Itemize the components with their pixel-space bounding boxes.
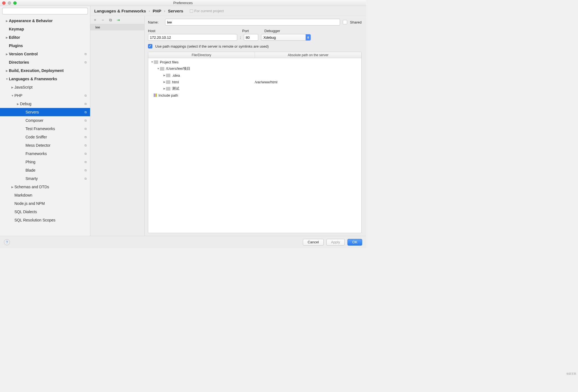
- tree-item[interactable]: ▶Appearance & Behavior: [0, 17, 90, 25]
- tree-item-label: Directories: [9, 60, 83, 65]
- grid-row[interactable]: ▶html/var/www/html: [148, 79, 361, 85]
- chevron-icon: ▶: [163, 87, 166, 90]
- folder-icon: [166, 80, 170, 84]
- port-input[interactable]: [244, 34, 258, 41]
- tree-item[interactable]: ▼PHP⧉: [0, 91, 90, 100]
- minimize-icon[interactable]: [8, 1, 11, 5]
- tree-item-label: Keymap: [9, 27, 90, 31]
- grid-cell-label: 测试: [172, 86, 179, 91]
- tree-item[interactable]: ▼Languages & Frameworks: [0, 75, 90, 83]
- apply-button[interactable]: Apply: [326, 239, 345, 246]
- grid-row[interactable]: ▶测试: [148, 85, 361, 92]
- shared-checkbox[interactable]: [343, 20, 347, 24]
- tree-item[interactable]: ▶Schemas and DTDs: [0, 183, 90, 191]
- debugger-select[interactable]: Xdebug: [261, 34, 311, 41]
- servers-panel: ＋ − ⧉ ⇥ lee Name: Shared: [90, 16, 366, 236]
- shared-label: Shared: [350, 20, 362, 24]
- tree-item[interactable]: ▶Servers⧉: [0, 108, 90, 116]
- tree-item[interactable]: ▶Frameworks⧉: [0, 149, 90, 158]
- tree-item[interactable]: ▶Code Sniffer⧉: [0, 133, 90, 141]
- mappings-label: Use path mappings (select if the server …: [155, 44, 269, 48]
- tree-item[interactable]: ▶JavaScript: [0, 83, 90, 91]
- tree-item[interactable]: ▶SQL Dialects: [0, 208, 90, 216]
- list-toolbar: ＋ − ⧉ ⇥: [90, 16, 144, 24]
- chevron-icon: ▶: [16, 102, 20, 105]
- tree-item-label: SQL Dialects: [14, 210, 90, 214]
- chevron-icon: ▶: [163, 81, 166, 83]
- ok-button[interactable]: OK: [347, 239, 362, 246]
- tree-item[interactable]: ▶SQL Resolution Scopes: [0, 216, 90, 224]
- tree-item-label: Node.js and NPM: [14, 201, 90, 206]
- tree-item[interactable]: ▶Test Frameworks⧉: [0, 125, 90, 133]
- folder-icon: [154, 60, 158, 64]
- tree-item[interactable]: ▶Smarty⧉: [0, 174, 90, 183]
- tree-item[interactable]: ▶Mess Detector⧉: [0, 141, 90, 149]
- copy-scope-icon: ⧉: [83, 127, 88, 131]
- help-button[interactable]: ?: [4, 239, 10, 245]
- settings-tree[interactable]: ▶Appearance & Behavior▶Keymap▶Editor▶Plu…: [0, 16, 90, 236]
- add-icon[interactable]: ＋: [93, 17, 98, 22]
- copy-scope-icon: ⧉: [83, 144, 88, 147]
- tree-item-label: Smarty: [25, 176, 83, 181]
- grid-row[interactable]: ▼Project files: [148, 59, 361, 65]
- host-input[interactable]: [148, 34, 237, 41]
- copy-scope-icon: ⧉: [83, 102, 88, 106]
- remove-icon[interactable]: −: [100, 17, 105, 22]
- copy-icon[interactable]: ⧉: [108, 17, 113, 22]
- server-list-item[interactable]: lee: [90, 24, 144, 30]
- chevron-icon: ▶: [11, 185, 14, 189]
- tree-item[interactable]: ▶Editor: [0, 33, 90, 42]
- grid-col-file[interactable]: File/Directory: [148, 52, 255, 58]
- breadcrumb: Languages & Frameworks › PHP › Servers F…: [90, 6, 366, 16]
- chevron-right-icon: ›: [149, 9, 150, 13]
- tree-item-label: Appearance & Behavior: [9, 19, 90, 23]
- servers-list[interactable]: lee: [90, 24, 144, 236]
- cancel-button[interactable]: Cancel: [303, 239, 323, 246]
- breadcrumb-seg[interactable]: Languages & Frameworks: [94, 9, 146, 13]
- import-icon[interactable]: ⇥: [116, 17, 121, 22]
- grid-row[interactable]: ▶.idea: [148, 72, 361, 79]
- grid-col-path[interactable]: Absolute path on the server: [255, 52, 361, 58]
- tree-item-label: Code Sniffer: [25, 135, 83, 139]
- tree-item[interactable]: ▶Blade⧉: [0, 166, 90, 174]
- copy-scope-icon: ⧉: [83, 135, 88, 139]
- tree-item-label: Languages & Frameworks: [9, 77, 90, 81]
- tree-item-label: Schemas and DTDs: [14, 185, 90, 189]
- preferences-window: Preferences Q▾ ▶Appearance & Behavior▶Ke…: [0, 0, 366, 248]
- tree-item[interactable]: ▶Markdown: [0, 191, 90, 199]
- tree-item[interactable]: ▶Debug⧉: [0, 100, 90, 108]
- grid-body[interactable]: ▼Project files▼/Users/lee/项目▶.idea▶html/…: [148, 58, 361, 233]
- server-form: Name: Shared Host Port Debugger :: [145, 16, 366, 236]
- tree-item[interactable]: ▶Node.js and NPM: [0, 199, 90, 208]
- tree-item[interactable]: ▶Directories⧉: [0, 58, 90, 66]
- folder-icon: [160, 67, 164, 71]
- breadcrumb-seg[interactable]: Servers: [168, 9, 183, 13]
- scope-note: For current project: [190, 9, 224, 13]
- tree-item[interactable]: ▶Build, Execution, Deployment: [0, 66, 90, 75]
- search-input[interactable]: [2, 8, 88, 14]
- tree-item-label: Version Control: [9, 52, 83, 56]
- name-label: Name:: [148, 20, 162, 24]
- maximize-icon[interactable]: [13, 1, 17, 5]
- close-icon[interactable]: [2, 1, 6, 5]
- scope-icon: [190, 9, 193, 13]
- mappings-checkbox[interactable]: [148, 44, 152, 48]
- grid-cell-label: /Users/lee/项目: [166, 66, 190, 71]
- copy-scope-icon: ⧉: [83, 169, 88, 172]
- tree-item[interactable]: ▶Keymap: [0, 25, 90, 33]
- window-controls: [2, 1, 17, 5]
- breadcrumb-seg[interactable]: PHP: [153, 9, 161, 13]
- chevron-icon: ▼: [11, 94, 14, 97]
- grid-row[interactable]: ▼/Users/lee/项目: [148, 65, 361, 72]
- main-panel: Languages & Frameworks › PHP › Servers F…: [90, 6, 366, 236]
- name-input[interactable]: [165, 19, 340, 25]
- host-label: Host: [148, 29, 239, 33]
- grid-cell-path[interactable]: /var/www/html: [255, 80, 362, 84]
- grid-cell-label: html: [172, 80, 179, 84]
- tree-item[interactable]: ▶Composer⧉: [0, 116, 90, 125]
- tree-item[interactable]: ▶Plugins: [0, 42, 90, 50]
- tree-item[interactable]: ▶Phing⧉: [0, 158, 90, 166]
- grid-header: File/Directory Absolute path on the serv…: [148, 52, 361, 58]
- grid-row[interactable]: Include path: [148, 92, 361, 99]
- tree-item[interactable]: ▶Version Control⧉: [0, 50, 90, 58]
